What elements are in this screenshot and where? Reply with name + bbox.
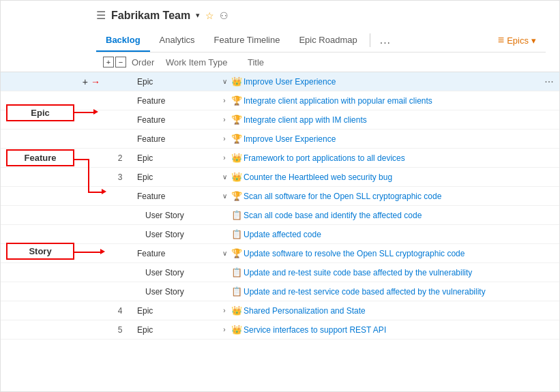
col-title-header: Title	[248, 57, 264, 67]
team-chevron-icon[interactable]: ▾	[196, 11, 200, 20]
expand-icons: + −	[103, 57, 126, 67]
main-container: ☰ Fabrikam Team ▾ ☆ ⚇ Backlog Analytics …	[0, 0, 560, 392]
row-expand-icon[interactable]: ›	[219, 154, 230, 162]
row-title[interactable]: Integrate client application with popula…	[244, 96, 539, 106]
table-row: User Story 📋 Update and re-test suite co…	[1, 263, 559, 282]
row-wit: User Story	[137, 230, 219, 239]
row-title[interactable]: Update software to resolve the Open SLL …	[244, 249, 539, 258]
team-title-row: ☰ Fabrikam Team ▾ ☆ ⚇	[96, 9, 546, 22]
row-wit: Feature	[137, 96, 219, 106]
feature-annotation: Feature	[6, 149, 74, 166]
row-wit: User Story	[137, 287, 219, 297]
epics-chevron-icon: ▾	[531, 35, 536, 46]
story-icon: 📋	[230, 210, 244, 220]
table-row: Feature › 🏆 Integrate client app with IM…	[1, 110, 559, 130]
row-wit: Epic	[137, 77, 219, 87]
story-icon: 📋	[230, 229, 244, 239]
story-icon: 📋	[230, 267, 244, 277]
col-wit-header: Work Item Type	[166, 57, 248, 67]
row-title[interactable]: Integrate client app with IM clients	[244, 115, 539, 125]
tab-epic-roadmap[interactable]: Epic Roadmap	[289, 29, 366, 52]
row-title[interactable]: Improve User Experience	[244, 77, 539, 87]
table-row: Feature ∨ 🏆 Scan all software for the Op…	[1, 187, 559, 206]
row-expand-icon[interactable]: ›	[219, 307, 230, 314]
tab-feature-timeline[interactable]: Feature Timeline	[205, 29, 290, 52]
row-wit: User Story	[137, 268, 219, 277]
row-wit: Epic	[137, 153, 219, 163]
table-row: + → Epic ∨ 👑 Improve User Experience ···	[1, 72, 559, 91]
favorite-icon[interactable]: ☆	[205, 10, 214, 21]
expand-all-icon[interactable]: +	[103, 57, 114, 67]
story-icon: 📋	[230, 286, 244, 297]
epic-icon: 👑	[230, 76, 244, 87]
story-arrow-tip	[100, 249, 105, 254]
feature-arrow-horiz2	[89, 192, 103, 193]
row-wit: User Story	[137, 211, 219, 220]
table-row: Feature › 🏆 Improve User Experience	[1, 130, 559, 149]
row-order: 3	[103, 172, 137, 182]
row-title[interactable]: Framework to port applications to all de…	[244, 153, 539, 163]
add-row-button[interactable]: +	[83, 76, 88, 87]
row-title[interactable]: Shared Personalization and State	[244, 306, 539, 316]
row-expand-icon[interactable]: ›	[219, 326, 230, 333]
people-icon[interactable]: ⚇	[220, 10, 229, 21]
row-expand-icon[interactable]: ∨	[219, 250, 230, 257]
row-title[interactable]: Update and re-test suite code base affec…	[244, 268, 539, 277]
table-row: User Story 📋 Update and re-test service …	[1, 282, 559, 301]
row-wit: Feature	[137, 134, 219, 144]
tab-analytics[interactable]: Analytics	[150, 29, 205, 52]
row-wit: Feature	[137, 115, 219, 125]
epics-button[interactable]: ≡ Epics ▾	[494, 31, 540, 49]
table-row: Feature › 🏆 Integrate client application…	[1, 91, 559, 110]
table-row: User Story 📋 Scan all code base and iden…	[1, 206, 559, 225]
row-title[interactable]: Update and re-test service code based af…	[244, 287, 539, 297]
collapse-all-icon[interactable]: −	[115, 57, 126, 67]
feature-arrow-tip	[102, 189, 106, 194]
story-annotation: Story	[6, 243, 74, 260]
row-expand-icon[interactable]: ›	[219, 116, 230, 123]
row-title[interactable]: Update affected code	[244, 230, 539, 239]
row-wit: Epic	[137, 325, 219, 335]
row-expand-icon[interactable]: ∨	[219, 192, 230, 200]
arrow-indicator: →	[91, 76, 100, 87]
feature-arrow-line	[74, 159, 88, 160]
table-row: 2 Epic › 👑 Framework to port application…	[1, 149, 559, 168]
story-arrow-line	[74, 252, 102, 253]
header: ☰ Fabrikam Team ▾ ☆ ⚇ Backlog Analytics …	[1, 1, 559, 52]
tabs-right: ≡ Epics ▾	[494, 31, 546, 49]
backlog-table: + − Order Work Item Type Title + → Epic …	[1, 52, 559, 340]
row-more-button[interactable]: ···	[539, 76, 559, 88]
epic-icon: 👑	[230, 172, 244, 182]
row-title[interactable]: Scan all software for the Open SLL crypt…	[244, 192, 539, 201]
tabs-bar: Backlog Analytics Feature Timeline Epic …	[96, 29, 546, 52]
table-row: User Story 📋 Update affected code	[1, 225, 559, 244]
row-wit: Epic	[137, 306, 219, 316]
table-row: 5 Epic › 👑 Service interfaces to support…	[1, 320, 559, 340]
tab-backlog[interactable]: Backlog	[96, 29, 150, 52]
epic-icon: 👑	[230, 325, 244, 335]
epics-label: Epics	[507, 35, 529, 46]
col-order-header: Order	[132, 57, 166, 67]
row-expand-icon[interactable]: ∨	[219, 78, 230, 85]
row-title[interactable]: Improve User Experience	[244, 134, 539, 144]
row-title[interactable]: Scan all code base and identify the affe…	[244, 211, 539, 220]
table-row: 4 Epic › 👑 Shared Personalization and St…	[1, 301, 559, 320]
row-wit: Feature	[137, 249, 219, 258]
epic-arrow-tip	[93, 109, 98, 115]
feature-icon: 🏆	[230, 191, 244, 201]
row-title[interactable]: Service interfaces to support REST API	[244, 325, 539, 335]
epics-list-icon: ≡	[498, 34, 504, 46]
feature-icon: 🏆	[230, 115, 244, 125]
epic-arrow-line	[74, 112, 95, 113]
epic-icon: 👑	[230, 153, 244, 163]
row-wit: Epic	[137, 172, 219, 182]
row-order: 5	[103, 325, 137, 335]
tab-more-button[interactable]: ...	[373, 29, 398, 52]
backlog-icon: ☰	[96, 9, 106, 22]
row-expand-icon[interactable]: ›	[219, 135, 230, 142]
table-row: 3 Epic ∨ 👑 Counter the Heartbleed web se…	[1, 168, 559, 187]
row-expand-icon[interactable]: ›	[219, 97, 230, 104]
row-expand-icon[interactable]: ∨	[219, 173, 230, 181]
row-title[interactable]: Counter the Heartbleed web security bug	[244, 172, 539, 182]
row-indent: + →	[1, 76, 103, 87]
